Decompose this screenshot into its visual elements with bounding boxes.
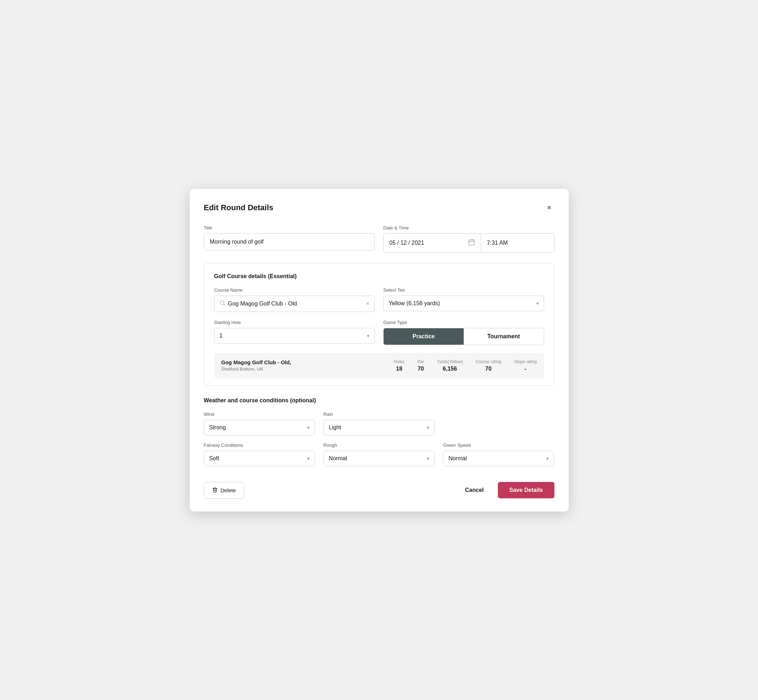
par-stat: Par 70 — [417, 359, 424, 372]
course-info-bar: Gog Magog Golf Club - Old, Shelford Bott… — [214, 353, 544, 378]
time-input[interactable]: 7:31 AM — [481, 234, 554, 253]
game-type-toggle: Practice Tournament — [383, 328, 544, 345]
par-label: Par — [417, 359, 424, 364]
save-button[interactable]: Save Details — [498, 482, 554, 498]
chevron-down-icon-rough: ▾ — [427, 456, 429, 461]
rain-field-group: Rain Light ▾ — [324, 411, 434, 435]
search-icon — [219, 300, 225, 307]
datetime-fields: 05 / 12 / 2021 7:31 AM — [383, 233, 554, 253]
course-name-input[interactable]: Gog Magog Golf Club - Old × — [214, 295, 375, 312]
select-tee-label: Select Tee — [383, 288, 544, 293]
golf-course-section: Golf Course details (Essential) Course N… — [204, 263, 554, 386]
course-name-label: Course Name — [214, 288, 375, 293]
modal-title: Edit Round Details — [204, 203, 274, 212]
course-full-name: Gog Magog Golf Club - Old, — [221, 359, 357, 365]
chevron-down-icon: ▾ — [536, 300, 539, 306]
fairway-value: Soft — [209, 455, 307, 462]
green-speed-label: Green Speed — [443, 442, 554, 448]
green-speed-value: Normal — [448, 455, 546, 462]
cancel-button[interactable]: Cancel — [459, 483, 489, 498]
chevron-down-icon-2: ▾ — [367, 333, 370, 339]
yards-stat: Yards(Yellow) 6,156 — [437, 359, 463, 372]
slope-rating-stat: Slope rating - — [514, 359, 537, 372]
slope-rating-label: Slope rating — [514, 359, 537, 364]
fairway-label: Fairway Conditions — [204, 442, 315, 448]
title-input[interactable] — [204, 233, 375, 250]
practice-button[interactable]: Practice — [384, 328, 464, 345]
title-label: Title — [204, 225, 375, 230]
rough-value: Normal — [329, 455, 427, 462]
chevron-down-icon-green: ▾ — [546, 456, 549, 461]
svg-rect-0 — [469, 240, 475, 245]
slope-rating-value: - — [514, 366, 537, 372]
starting-hole-dropdown[interactable]: 1 ▾ — [214, 328, 375, 344]
time-value: 7:31 AM — [487, 240, 508, 246]
footer-row: Delete Cancel Save Details — [204, 476, 554, 499]
fairway-rough-green-row: Fairway Conditions Soft ▾ Rough Normal ▾… — [204, 442, 554, 466]
delete-button[interactable]: Delete — [204, 482, 244, 499]
starting-hole-field-group: Starting Hole 1 ▾ — [214, 320, 375, 345]
conditions-section: Weather and course conditions (optional)… — [204, 397, 554, 466]
rough-field-group: Rough Normal ▾ — [324, 442, 434, 466]
rain-label: Rain — [324, 411, 434, 417]
chevron-down-icon-rain: ▾ — [427, 425, 429, 430]
wind-dropdown[interactable]: Strong ▾ — [204, 420, 315, 435]
chevron-down-icon-wind: ▾ — [307, 425, 310, 430]
svg-line-5 — [224, 304, 224, 305]
wind-value: Strong — [209, 424, 307, 431]
select-tee-value: Yellow (6,156 yards) — [388, 300, 536, 306]
top-row: Title Date & Time 05 / 12 / 2021 — [204, 225, 554, 253]
starting-hole-value: 1 — [219, 333, 367, 339]
golf-course-title: Golf Course details (Essential) — [214, 273, 544, 280]
course-stats: Holes 18 Par 70 Yards(Yellow) 6,156 Cour… — [357, 359, 537, 372]
course-rating-stat: Course rating 70 — [475, 359, 501, 372]
wind-label: Wind — [204, 411, 315, 417]
course-rating-label: Course rating — [475, 359, 501, 364]
chevron-down-icon-fairway: ▾ — [307, 456, 310, 461]
calendar-icon — [468, 239, 475, 248]
edit-round-modal: Edit Round Details × Title Date & Time 0… — [190, 189, 568, 511]
wind-field-group: Wind Strong ▾ — [204, 411, 315, 435]
conditions-title: Weather and course conditions (optional) — [204, 397, 554, 404]
course-tee-row: Course Name Gog Magog Golf Club - Old × … — [214, 288, 544, 312]
course-rating-value: 70 — [475, 366, 501, 372]
yards-label: Yards(Yellow) — [437, 359, 463, 364]
holes-value: 18 — [393, 366, 405, 372]
green-speed-field-group: Green Speed Normal ▾ — [443, 442, 554, 466]
tournament-button[interactable]: Tournament — [464, 328, 544, 345]
rough-label: Rough — [324, 442, 434, 448]
fairway-field-group: Fairway Conditions Soft ▾ — [204, 442, 315, 466]
modal-header: Edit Round Details × — [204, 202, 554, 214]
datetime-field-group: Date & Time 05 / 12 / 2021 7:31 AM — [383, 225, 554, 253]
datetime-label: Date & Time — [383, 225, 554, 230]
wind-rain-row: Wind Strong ▾ Rain Light ▾ — [204, 411, 554, 435]
holes-label: Holes — [393, 359, 405, 364]
rain-dropdown[interactable]: Light ▾ — [324, 420, 434, 435]
course-location: Shelford Bottom, UK — [221, 366, 357, 372]
delete-label: Delete — [221, 487, 236, 493]
rain-value: Light — [329, 424, 427, 431]
select-tee-field-group: Select Tee Yellow (6,156 yards) ▾ — [383, 288, 544, 312]
clear-icon[interactable]: × — [366, 300, 370, 307]
par-value: 70 — [417, 366, 424, 372]
fairway-dropdown[interactable]: Soft ▾ — [204, 451, 315, 466]
green-speed-dropdown[interactable]: Normal ▾ — [443, 451, 554, 466]
game-type-label: Game Type — [383, 320, 544, 325]
hole-gametype-row: Starting Hole 1 ▾ Game Type Practice Tou… — [214, 320, 544, 345]
date-value: 05 / 12 / 2021 — [389, 240, 465, 246]
game-type-field-group: Game Type Practice Tournament — [383, 320, 544, 345]
holes-stat: Holes 18 — [393, 359, 405, 372]
footer-right: Cancel Save Details — [459, 482, 554, 498]
date-input[interactable]: 05 / 12 / 2021 — [384, 234, 481, 253]
course-name-field-group: Course Name Gog Magog Golf Club - Old × — [214, 288, 375, 312]
course-name-location: Gog Magog Golf Club - Old, Shelford Bott… — [221, 359, 357, 372]
starting-hole-label: Starting Hole — [214, 320, 375, 325]
close-button[interactable]: × — [544, 202, 554, 214]
rough-dropdown[interactable]: Normal ▾ — [324, 451, 434, 466]
trash-icon — [212, 487, 218, 494]
course-name-value: Gog Magog Golf Club - Old — [228, 300, 366, 307]
yards-value: 6,156 — [437, 366, 463, 372]
title-field-group: Title — [204, 225, 375, 253]
select-tee-dropdown[interactable]: Yellow (6,156 yards) ▾ — [383, 295, 544, 311]
